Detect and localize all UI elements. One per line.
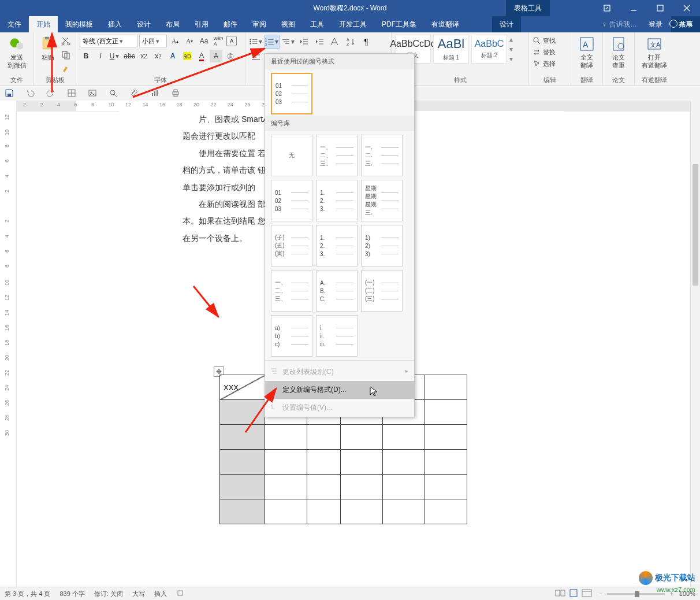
dd-define-new[interactable]: 定义新编号格式(D)... [265, 381, 414, 399]
tab-home[interactable]: 开始 [29, 16, 58, 32]
find-button[interactable]: 查找 [533, 35, 567, 46]
ribbon-options-icon[interactable] [594, 0, 620, 16]
table-header-cell[interactable]: XXX [220, 375, 265, 400]
view-print-icon[interactable] [569, 589, 578, 598]
paste-button[interactable]: 粘贴 [38, 35, 58, 75]
table-icon[interactable] [67, 88, 76, 99]
tab-file[interactable]: 文件 [0, 16, 29, 32]
text-effects-button[interactable]: A [166, 50, 179, 62]
font-name-combo[interactable]: 等线 (西文正▾ [80, 35, 137, 47]
styles-more-button[interactable]: ▴▾▾ [509, 35, 517, 64]
login-link[interactable]: 登录 [649, 20, 662, 29]
show-marks-button[interactable]: ¶ [359, 35, 373, 48]
tell-me-input[interactable]: 告诉我… [609, 20, 637, 29]
tab-developer[interactable]: 开发工具 [332, 16, 374, 32]
numbering-option-none[interactable]: 无 [271, 135, 312, 176]
sort-button[interactable]: AZ [344, 35, 358, 48]
attach-icon[interactable] [129, 88, 139, 99]
tab-youdao[interactable]: 有道翻译 [424, 16, 467, 32]
cut-button[interactable] [59, 35, 72, 47]
char-shading-button[interactable]: A [210, 50, 222, 62]
chart-icon[interactable] [150, 88, 159, 99]
status-caps[interactable]: 大写 [132, 590, 145, 598]
tab-view[interactable]: 视图 [274, 16, 303, 32]
align-left-button[interactable] [249, 51, 263, 64]
bullets-button[interactable]: ▾ [249, 35, 263, 48]
paper-check-button[interactable]: 论文查重 [606, 35, 631, 71]
close-button[interactable] [673, 0, 700, 16]
tab-insert[interactable]: 插入 [100, 16, 129, 32]
undo-icon[interactable] [25, 88, 35, 99]
status-recorder-icon[interactable] [176, 589, 184, 598]
format-painter-button[interactable] [59, 62, 72, 75]
tab-pdf[interactable]: PDF工具集 [374, 16, 424, 32]
image-icon[interactable] [88, 88, 97, 99]
highlight-button[interactable]: ab [181, 50, 193, 62]
superscript-button[interactable]: x2 [152, 50, 165, 62]
status-track[interactable]: 修订: 关闭 [94, 590, 123, 598]
numbering-option[interactable]: (子)(丑)(寅) [271, 225, 312, 266]
enclose-char-button[interactable]: ㊣ [224, 50, 237, 62]
status-page[interactable]: 第 3 页，共 4 页 [5, 590, 50, 598]
zoom-out-button[interactable]: − [599, 590, 602, 597]
shrink-font-button[interactable]: A▾ [183, 35, 196, 47]
grow-font-button[interactable]: A▴ [169, 35, 181, 47]
numbering-option[interactable]: 星期一.星期二.星期三. [361, 180, 403, 221]
vertical-scrollbar[interactable] [690, 101, 700, 587]
send-wechat-button[interactable]: 发送到微信 [3, 35, 30, 71]
italic-button[interactable]: I [94, 50, 107, 62]
tab-mytemplates[interactable]: 我的模板 [58, 16, 100, 32]
numbering-option[interactable]: 一、二、三、 [271, 270, 312, 312]
full-translate-button[interactable]: A全文翻译 [575, 35, 599, 71]
tab-tools[interactable]: 工具 [303, 16, 332, 32]
bold-button[interactable]: B [80, 50, 92, 62]
context-tab-design[interactable]: 设计 [492, 16, 521, 32]
status-insert[interactable]: 插入 [154, 590, 167, 598]
phonetic-button[interactable]: wénA [212, 35, 225, 47]
tab-design[interactable]: 设计 [129, 16, 158, 32]
tab-review[interactable]: 审阅 [245, 16, 274, 32]
numbering-option[interactable]: 010203 [271, 73, 312, 114]
numbering-option[interactable]: A.B.C. [316, 270, 358, 312]
numbering-option[interactable]: 1.2.3. [316, 180, 358, 221]
ruler-vertical[interactable]: 1210864224681012141618202224262830 [0, 111, 17, 587]
copy-button[interactable] [59, 49, 72, 61]
increase-indent-button[interactable] [312, 35, 326, 48]
numbering-option[interactable]: 1)2)3) [361, 225, 403, 266]
numbering-option[interactable]: 1.2.3. [316, 225, 358, 266]
subscript-button[interactable]: x2 [137, 50, 150, 62]
minimize-button[interactable] [620, 0, 647, 16]
numbering-option[interactable]: 一、二、三、 [316, 135, 358, 176]
numbering-option[interactable]: i.ii.iii. [316, 315, 358, 357]
numbering-option[interactable]: a)b)c) [271, 315, 312, 357]
tab-layout[interactable]: 布局 [158, 16, 187, 32]
find-icon[interactable] [109, 88, 118, 99]
numbering-option[interactable]: 010203 [271, 180, 312, 221]
numbering-button[interactable]: 123▾ [265, 35, 280, 49]
font-color-button[interactable]: A [195, 50, 208, 62]
underline-button[interactable]: U▾ [109, 50, 121, 62]
scrollbar-thumb[interactable] [692, 164, 698, 286]
replace-button[interactable]: 替换 [533, 46, 567, 58]
decrease-indent-button[interactable] [297, 35, 311, 48]
strike-button[interactable]: abc [123, 50, 136, 62]
redo-icon[interactable] [46, 88, 55, 99]
change-case-button[interactable]: Aa [198, 35, 210, 47]
status-words[interactable]: 839 个字 [59, 590, 84, 598]
font-size-combo[interactable]: 小四▾ [139, 35, 167, 47]
print-icon[interactable] [171, 88, 180, 99]
char-border-button[interactable]: A [226, 36, 237, 46]
style-heading1[interactable]: AaBl标题 1 [433, 35, 469, 64]
open-youdao-button[interactable]: 文A打开有道翻译 [638, 35, 671, 71]
tab-mailings[interactable]: 邮件 [216, 16, 245, 32]
numbering-option[interactable]: (一)(二)(三) [361, 270, 403, 312]
share-button[interactable]: 共享 [669, 20, 693, 29]
maximize-button[interactable] [647, 0, 673, 16]
style-heading2[interactable]: AaBbC标题 2 [471, 35, 507, 64]
tab-references[interactable]: 引用 [187, 16, 216, 32]
view-read-icon[interactable] [555, 589, 565, 598]
select-button[interactable]: 选择 [533, 58, 567, 69]
numbering-option[interactable]: 一.二.三. [361, 135, 403, 176]
asian-layout-button[interactable] [328, 35, 342, 48]
multilevel-button[interactable]: ▾ [281, 35, 295, 48]
